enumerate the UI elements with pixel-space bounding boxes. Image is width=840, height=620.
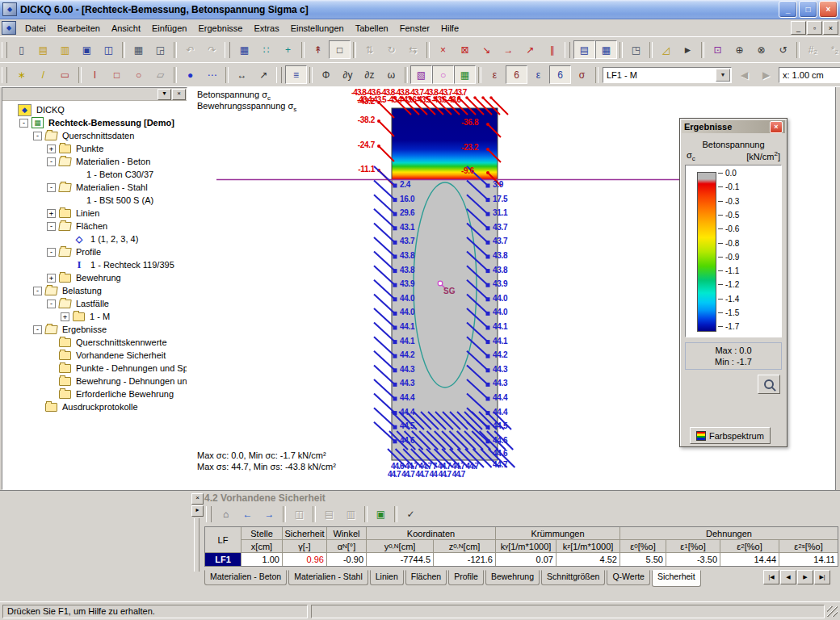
- rebar-row-button[interactable]: ⋯: [201, 65, 223, 84]
- table-panel-splitter[interactable]: [194, 518, 200, 572]
- tree-item-belastung[interactable]: -Belastung: [4, 284, 187, 297]
- collapse-icon[interactable]: -: [33, 287, 42, 295]
- grid-button[interactable]: ▦: [233, 40, 255, 59]
- result-phi-button[interactable]: Φ: [315, 65, 337, 84]
- chevron-down-icon[interactable]: ▼: [716, 69, 730, 82]
- tree-item-ergebnisse[interactable]: -Ergebnisse: [4, 323, 187, 336]
- collapse-icon[interactable]: -: [47, 183, 56, 192]
- new-line-button[interactable]: /: [32, 65, 54, 84]
- result-rebar-button[interactable]: ≡: [285, 65, 307, 84]
- new-point-button[interactable]: ∗: [10, 65, 32, 84]
- zoom-in-button[interactable]: ⊕: [729, 40, 750, 59]
- maximize-button[interactable]: □: [799, 1, 817, 18]
- menu-datei[interactable]: Datei: [19, 21, 52, 36]
- profile-any-button[interactable]: ▱: [149, 65, 171, 84]
- last-row-button[interactable]: ▶|: [814, 570, 830, 584]
- tab-bewehrung[interactable]: Bewehrung: [485, 570, 540, 585]
- menu-fenster[interactable]: Fenster: [394, 21, 435, 36]
- measure-button[interactable]: ◿: [655, 40, 677, 59]
- mdi-restore-button[interactable]: ▫: [807, 21, 822, 35]
- chart-window-button[interactable]: ◳: [625, 40, 647, 59]
- print-button[interactable]: ▦: [128, 40, 149, 59]
- tree-item-lastf-lle[interactable]: -Lastfälle: [4, 297, 187, 310]
- tree-item-punkte-dehnungen-und-spa[interactable]: Punkte - Dehnungen und Spa: [4, 362, 187, 375]
- mdi-close-button[interactable]: ×: [823, 21, 838, 35]
- table-panel-close-button[interactable]: ×: [191, 493, 204, 505]
- expand-icon[interactable]: +: [47, 145, 56, 153]
- zoom-previous-button[interactable]: ↺: [772, 40, 794, 59]
- tree-item-querschnittskennwerte[interactable]: Querschnittskennwerte: [4, 336, 187, 349]
- tree-item-1-m[interactable]: +1 - M: [4, 310, 187, 323]
- join-line-button[interactable]: →: [498, 40, 519, 59]
- table-previous-button[interactable]: ←: [237, 505, 258, 523]
- open-file-button[interactable]: ▤: [32, 40, 54, 59]
- edit-nodes-button[interactable]: ×: [432, 40, 454, 59]
- tab-materialien-beton[interactable]: Materialien - Beton: [204, 570, 287, 585]
- toolbar-grabber[interactable]: [206, 506, 212, 522]
- previous-row-button[interactable]: ◀: [780, 570, 796, 584]
- tree-item-1-1-2-3-4[interactable]: ◇1 (1, 2, 3, 4): [4, 232, 187, 245]
- tree-item-erforderliche-bewehrung[interactable]: Erforderliche Bewehrung: [4, 388, 187, 400]
- tree-item-materialien-stahl[interactable]: -Materialien - Stahl: [4, 181, 187, 194]
- collapse-icon[interactable]: -: [47, 300, 56, 308]
- resize-grip[interactable]: [827, 606, 838, 617]
- mdi-minimize-button[interactable]: _: [791, 21, 806, 35]
- strain-plot-button[interactable]: ε: [484, 65, 506, 84]
- dimension-button[interactable]: ↔: [231, 65, 253, 84]
- menu-bearbeiten[interactable]: Bearbeiten: [52, 21, 106, 36]
- tree-item-fl-chen[interactable]: -Flächen: [4, 220, 187, 232]
- show-legend-button[interactable]: ▦: [454, 65, 476, 84]
- result-ddy-button[interactable]: ∂y: [337, 65, 359, 84]
- tree-close-button[interactable]: ×: [172, 89, 186, 100]
- menu-ergebnisse[interactable]: Ergebnisse: [192, 21, 248, 36]
- expand-icon[interactable]: +: [47, 274, 56, 283]
- save-all-button[interactable]: ◫: [98, 40, 120, 59]
- tab-linien[interactable]: Linien: [370, 570, 404, 585]
- tab-sicherheit[interactable]: Sicherheit: [652, 570, 701, 587]
- tree-item-bewehrung-dehnungen-und[interactable]: Bewehrung - Dehnungen und: [4, 375, 187, 388]
- result-ddz-button[interactable]: ∂z: [359, 65, 380, 84]
- print-preview-button[interactable]: ◲: [149, 40, 171, 59]
- new-file-button[interactable]: ▯: [10, 40, 32, 59]
- form-view-button[interactable]: ▤: [573, 40, 595, 59]
- import-file-button[interactable]: ▥: [54, 40, 76, 59]
- tree-item-punkte[interactable]: +Punkte: [4, 142, 187, 155]
- menu-extras[interactable]: Extras: [248, 21, 284, 36]
- toolbar-grabber[interactable]: [565, 42, 570, 58]
- tree-item-materialien-beton[interactable]: -Materialien - Beton: [4, 155, 187, 168]
- menu-ansicht[interactable]: Ansicht: [106, 21, 146, 36]
- tree-item-querschnittsdaten[interactable]: -Querschnittsdaten: [4, 129, 187, 142]
- table-panel-expand-button[interactable]: ▸: [191, 505, 204, 517]
- toolbar-grabber[interactable]: [2, 42, 7, 58]
- divide-line-button[interactable]: ∥: [541, 40, 563, 59]
- zoom-region-button[interactable]: ▧: [410, 65, 432, 84]
- snap-point-button[interactable]: ↟: [307, 40, 329, 59]
- rect-select-button[interactable]: □: [329, 40, 351, 59]
- expand-icon[interactable]: +: [61, 312, 69, 321]
- table-next-button[interactable]: →: [258, 505, 280, 523]
- toolbar-grabber[interactable]: [276, 67, 282, 83]
- results-panel-titlebar[interactable]: Ergebnisse ×: [682, 120, 785, 133]
- table-view-button[interactable]: ▦: [595, 40, 617, 59]
- toolbar-grabber[interactable]: [225, 42, 230, 58]
- result-omega-button[interactable]: ω: [380, 65, 402, 84]
- show-ellipse-button[interactable]: ○: [432, 65, 454, 84]
- row-selector-lf1[interactable]: LF1: [205, 553, 241, 566]
- column-selection-button[interactable]: ✓: [400, 505, 422, 523]
- profile-circle-button[interactable]: ○: [128, 65, 149, 84]
- collapse-icon[interactable]: -: [47, 248, 56, 257]
- tree-item-rechteck-bemessung-demo[interactable]: -▦Rechteck-Bemessung [Demo]: [4, 116, 187, 129]
- expand-icon[interactable]: +: [47, 209, 56, 218]
- tree-item-1-bst-500-s-a[interactable]: 1 - BSt 500 S (A): [4, 194, 187, 207]
- menu-einf-gen[interactable]: Einfügen: [146, 21, 192, 36]
- close-button[interactable]: ×: [819, 1, 838, 18]
- tab-farbspektrum[interactable]: Farbspektrum: [690, 427, 771, 444]
- split-line-button[interactable]: ↘: [476, 40, 498, 59]
- stress-xx-button[interactable]: σ: [571, 65, 593, 84]
- tree-item-bewehrung[interactable]: +Bewehrung: [4, 271, 187, 284]
- tree-item-1-rechteck-119-395[interactable]: I1 - Rechteck 119/395: [4, 258, 187, 271]
- tree-item-ausdruckprotokolle[interactable]: Ausdruckprotokolle: [4, 400, 187, 413]
- table-properties-button[interactable]: ⌂: [215, 505, 237, 523]
- loadcase-combobox[interactable]: LF1 - M ▼: [603, 67, 732, 83]
- collapse-icon[interactable]: -: [33, 132, 42, 140]
